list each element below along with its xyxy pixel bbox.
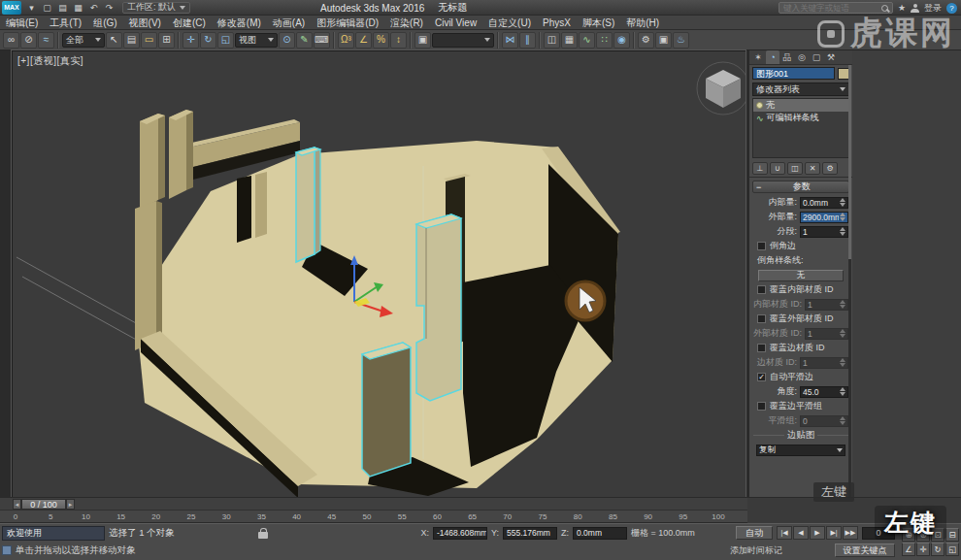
max-logo-icon[interactable]: MAX: [2, 1, 21, 15]
set-key-button[interactable]: 设置关键点: [835, 544, 895, 557]
maxscript-mini-listener[interactable]: 欢迎使用: [2, 526, 105, 541]
keyboard-shortcut-override-icon[interactable]: ⌨: [314, 32, 330, 49]
go-to-start-button[interactable]: |◀: [777, 526, 792, 540]
bevel-edges-checkbox[interactable]: [757, 242, 766, 250]
spinner-arrows[interactable]: [839, 358, 845, 367]
layer-manager-icon[interactable]: ◫: [544, 32, 560, 49]
override-edge-smoothing-checkbox[interactable]: [757, 402, 766, 411]
spinner-arrows[interactable]: [839, 329, 845, 338]
panel-scrollbar[interactable]: [848, 65, 851, 521]
spinner-arrows[interactable]: [839, 213, 845, 221]
show-end-result-button[interactable]: ∪: [770, 162, 785, 175]
menu-item-2[interactable]: 组(G): [87, 16, 122, 30]
override-edge-matid-checkbox[interactable]: [757, 344, 766, 352]
window-crossing-icon[interactable]: ⊞: [158, 32, 175, 49]
select-and-move-icon[interactable]: ✛: [182, 32, 199, 49]
curve-editor-icon[interactable]: ∿: [579, 32, 595, 49]
menu-item-6[interactable]: 动画(A): [267, 16, 311, 30]
select-and-manipulate-icon[interactable]: ✎: [296, 32, 313, 49]
snaps-toggle-3d-icon[interactable]: Ω³: [338, 32, 354, 49]
go-to-end-button[interactable]: ▶▶: [843, 526, 858, 540]
spinner-arrows[interactable]: [839, 416, 845, 425]
spinner-snap-toggle-icon[interactable]: ↕: [390, 32, 407, 49]
select-by-name-icon[interactable]: ▤: [123, 32, 140, 49]
tab-create[interactable]: ✶: [751, 50, 765, 64]
override-inner-matid-checkbox[interactable]: [757, 285, 766, 294]
sign-in-link[interactable]: 登录: [924, 2, 942, 15]
add-time-tag[interactable]: 添加时间标记: [730, 544, 831, 557]
select-and-scale-icon[interactable]: ◱: [217, 32, 234, 49]
x-coordinate-field[interactable]: -1468.608mm: [433, 527, 487, 540]
ribbon-toggle-icon[interactable]: ▦: [561, 32, 578, 49]
selection-region-icon[interactable]: ▭: [141, 32, 157, 49]
auto-key-button[interactable]: 自动: [736, 526, 773, 540]
new-scene-icon[interactable]: ▢: [40, 1, 54, 14]
open-file-icon[interactable]: ▤: [55, 1, 70, 14]
override-outer-matid-checkbox[interactable]: [757, 314, 766, 323]
rendered-frame-window-icon[interactable]: ▣: [655, 32, 672, 49]
star-icon[interactable]: ★: [898, 3, 906, 13]
percent-snap-toggle-icon[interactable]: %: [373, 32, 389, 49]
modifier-visibility-icon[interactable]: [756, 102, 763, 109]
menu-item-12[interactable]: 脚本(S): [577, 16, 620, 30]
menu-item-3[interactable]: 视图(V): [123, 16, 167, 30]
previous-frame-button[interactable]: ◀: [793, 526, 809, 540]
y-coordinate-field[interactable]: 555.176mm: [503, 527, 557, 540]
zoom-region-button[interactable]: ⊟: [945, 528, 959, 542]
schematic-view-icon[interactable]: ∷: [596, 32, 613, 49]
tab-utilities[interactable]: ⚒: [824, 50, 838, 64]
make-unique-button[interactable]: ◫: [787, 162, 803, 175]
selected-wall-lower[interactable]: [362, 343, 411, 477]
save-file-icon[interactable]: ▦: [71, 1, 85, 14]
menu-item-5[interactable]: 修改器(M): [212, 16, 267, 30]
stack-item[interactable]: 壳: [753, 99, 848, 112]
selection-filter-dropdown[interactable]: 全部: [62, 33, 105, 48]
z-coordinate-field[interactable]: 0.0mm: [573, 527, 627, 540]
tab-hierarchy[interactable]: 品: [780, 50, 794, 64]
named-selection-sets-dropdown[interactable]: [432, 33, 494, 48]
menu-item-13[interactable]: 帮助(H): [620, 16, 665, 30]
reference-coordinate-system-dropdown[interactable]: 视图: [235, 33, 278, 48]
inner-amount-field[interactable]: 0.0mm: [800, 197, 848, 209]
field-of-view-button[interactable]: ∠: [902, 543, 915, 556]
menu-item-11[interactable]: PhysX: [537, 16, 577, 30]
unlink-selection-icon[interactable]: ⊘: [20, 32, 37, 49]
track-bar[interactable]: 0510152025303540455055606570758085909510…: [0, 510, 747, 523]
select-and-rotate-icon[interactable]: ↻: [200, 32, 216, 49]
render-production-icon[interactable]: ♨: [673, 32, 689, 49]
parameters-rollout-header[interactable]: − 参数: [752, 181, 849, 193]
select-object-icon[interactable]: ↖: [106, 32, 122, 49]
previous-frame-nub[interactable]: ◂: [13, 499, 21, 510]
segments-field[interactable]: 1: [800, 226, 848, 238]
search-box[interactable]: [779, 2, 893, 14]
render-setup-icon[interactable]: ⚙: [638, 32, 654, 49]
search-input[interactable]: [781, 2, 881, 14]
time-slider-handle[interactable]: ◂ 0 / 100 ▸: [13, 499, 75, 510]
spinner-arrows[interactable]: [839, 300, 845, 309]
play-animation-button[interactable]: ▶: [810, 526, 825, 540]
material-editor-icon[interactable]: ◉: [613, 32, 630, 49]
angle-field[interactable]: 45.0: [800, 386, 848, 398]
viewport-perspective[interactable]: [+][透视][真实]: [12, 50, 746, 497]
outer-amount-field[interactable]: 2900.0mm: [800, 212, 848, 223]
time-slider-track[interactable]: ◂ 0 / 100 ▸: [0, 497, 747, 510]
auto-smooth-edge-checkbox[interactable]: ✓: [757, 373, 766, 381]
application-menu-icon[interactable]: ▾: [24, 1, 39, 14]
spinner-arrows[interactable]: [839, 227, 845, 236]
configure-modifier-sets-button[interactable]: ⚙: [822, 162, 838, 175]
viewport-label[interactable]: [+][透视][真实]: [17, 54, 83, 68]
time-slider-value[interactable]: 0 / 100: [21, 499, 66, 510]
edge-mapping-select-dropdown[interactable]: 复制: [756, 445, 845, 456]
modifier-stack[interactable]: 壳∿可编辑样条线: [752, 98, 849, 158]
next-frame-button[interactable]: ▶|: [826, 526, 842, 540]
menu-item-7[interactable]: 图形编辑器(D): [311, 16, 384, 30]
remove-modifier-button[interactable]: ✕: [805, 162, 820, 175]
selected-wall-column[interactable]: [296, 148, 320, 262]
menu-item-1[interactable]: 工具(T): [44, 16, 87, 30]
spinner-arrows[interactable]: [839, 387, 845, 396]
edit-named-selection-sets-icon[interactable]: ▣: [414, 32, 431, 49]
next-frame-nub[interactable]: ▸: [66, 499, 75, 510]
tab-display[interactable]: ▢: [810, 50, 823, 64]
bind-to-space-warp-icon[interactable]: ≈: [38, 32, 54, 49]
use-pivot-point-center-icon[interactable]: ⊙: [279, 32, 295, 49]
